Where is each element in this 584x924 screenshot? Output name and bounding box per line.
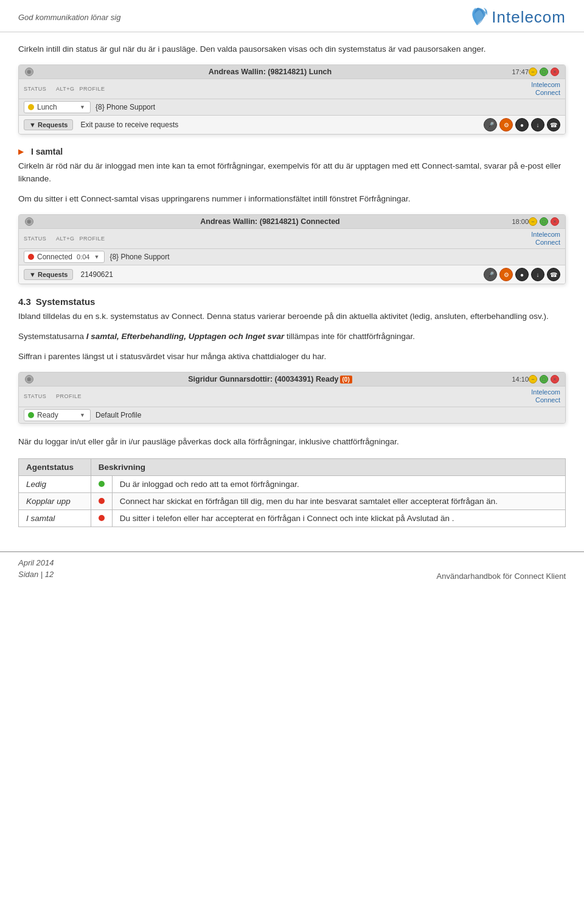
table-cell-desc-1: Connect har skickat en förfrågan till di… xyxy=(112,492,565,509)
section43-para3: Siffran i parentes längst ut i statusvär… xyxy=(18,351,566,363)
section43-para2-italic: I samtal, Efterbehandling, Upptagen och … xyxy=(86,332,285,341)
ss2-requests-row: ▼ Requests 21490621 🎤 ⚙ ● ↓ ☎ xyxy=(19,265,565,284)
ss1-action-icons: 🎤 ⚙ ● ↓ ☎ xyxy=(484,118,560,131)
ss1-caret-icon: ▼ xyxy=(80,104,85,110)
ss1-settings-icon[interactable]: ⚙ xyxy=(499,118,513,131)
ss1-mic-icon[interactable]: 🎤 xyxy=(484,118,497,131)
ss1-close-icon[interactable]: ⊗ xyxy=(25,68,33,76)
ss2-status-time: 0:04 xyxy=(77,253,89,261)
screenshot-connected: ⊗ Andreas Wallin: (98214821) Connected 1… xyxy=(18,214,566,284)
ss2-altg-label: ALT+G xyxy=(56,236,75,242)
ss3-titlebar: ⊗ Sigridur Gunnarsdottir: (40034391) Rea… xyxy=(19,373,565,386)
ss3-winbtns-left: ⊗ xyxy=(25,375,33,383)
ss1-title: Andreas Wallin: (98214821) Lunch xyxy=(33,68,507,76)
triangle-bullet-icon: ▶ xyxy=(18,147,24,156)
ss1-requests-label: ▼ Requests xyxy=(29,121,68,128)
table-cell-status-0: Ledig xyxy=(19,475,91,492)
ss2-logo: Intelecom Connect xyxy=(531,231,560,247)
ss2-requests-content: 21490621 xyxy=(73,270,484,279)
ss2-status-btn[interactable]: Connected 0:04 ▼ xyxy=(24,251,105,263)
ss1-hangup-icon[interactable]: ☎ xyxy=(547,118,560,131)
table-row: Ledig Du är inloggad och redo att ta emo… xyxy=(19,475,566,492)
ss3-labels-row: STATUS PROFILE Intelecom Connect xyxy=(19,386,565,406)
logo-bird-icon xyxy=(467,6,489,28)
footer-page: Sidan | 12 xyxy=(18,569,54,581)
ss2-down-icon[interactable]: ↓ xyxy=(531,268,544,281)
ss1-winbtns: ⊗ xyxy=(25,68,33,76)
ss1-min-icon[interactable]: − xyxy=(529,68,537,76)
ss2-status-value: Connected xyxy=(37,253,72,261)
logo-text: Intelecom xyxy=(492,8,566,27)
table-cell-dot-0 xyxy=(91,475,112,492)
ss1-requests-row: ▼ Requests Exit pause to receive request… xyxy=(19,115,565,134)
ss2-max-icon[interactable]: □ xyxy=(540,217,548,226)
ss3-profile-value: Default Profile xyxy=(96,411,560,419)
ss1-status-value: Lunch xyxy=(37,103,57,111)
ss2-profile-value: {8} Phone Support xyxy=(109,253,560,261)
table-col2-header: Beskrivning xyxy=(91,458,565,475)
screenshot-pause: ⊗ Andreas Wallin: (98214821) Lunch 17:47… xyxy=(18,65,566,135)
table-header-row: Agentstatus Beskrivning xyxy=(19,458,566,475)
ss1-status-row: STATUS ALT+G PROFILE Intelecom Connect xyxy=(19,79,565,99)
ss1-down-icon[interactable]: ↓ xyxy=(531,118,544,131)
ss2-settings-icon[interactable]: ⚙ xyxy=(499,268,513,281)
footer-doc-title: Användarhandbok för Connect Klient xyxy=(437,572,566,581)
ss2-value-row: Connected 0:04 ▼ {8} Phone Support xyxy=(19,248,565,265)
ss2-titlebar: ⊗ Andreas Wallin: (98214821) Connected 1… xyxy=(19,215,565,228)
ss3-status-btn[interactable]: Ready ▼ xyxy=(24,409,91,421)
ss3-status-label: STATUS xyxy=(24,393,51,399)
ss3-x-icon[interactable]: × xyxy=(551,375,559,383)
footer-left: April 2014 Sidan | 12 xyxy=(18,557,54,581)
ss3-close-icon[interactable]: ⊗ xyxy=(25,375,33,383)
table-cell-dot-1 xyxy=(91,492,112,509)
page-footer: April 2014 Sidan | 12 Användarhandbok fö… xyxy=(0,551,584,587)
i-samtal-para2: Om du sitter i ett Connect-samtal visas … xyxy=(18,193,566,206)
ss1-value-row: Lunch ▼ {8} Phone Support xyxy=(19,99,565,115)
ss2-labels-row: STATUS ALT+G PROFILE Intelecom Connect xyxy=(19,228,565,248)
section43-title: Systemstatus xyxy=(36,296,96,307)
ss2-requests-label: ▼ Requests xyxy=(29,271,68,278)
logo-area: Intelecom xyxy=(467,6,566,28)
table-dot-green-icon xyxy=(99,481,105,487)
ss2-x-icon[interactable]: × xyxy=(551,217,559,226)
table-row: Kopplar upp Connect har skickat en förfr… xyxy=(19,492,566,509)
ss3-titlebar-pre: Sigridur Gunnarsdottir: (40034391) Ready xyxy=(188,375,338,383)
table-dot-red-icon xyxy=(99,498,105,504)
ss3-min-icon[interactable]: − xyxy=(529,375,537,383)
ss1-requests-content: Exit pause to receive requests xyxy=(73,121,484,129)
ss2-requests-btn[interactable]: ▼ Requests xyxy=(24,269,73,280)
ss1-call-icon[interactable]: ● xyxy=(515,118,529,131)
ss1-max-icon[interactable]: □ xyxy=(540,68,548,76)
table-row: I samtal Du sitter i telefon eller har a… xyxy=(19,509,566,527)
ss1-status-btn[interactable]: Lunch ▼ xyxy=(24,101,91,113)
ss3-winbtns-right: − □ × xyxy=(529,375,559,383)
ss3-ready-badge: (0) xyxy=(340,376,352,383)
ss2-min-icon[interactable]: − xyxy=(529,217,537,226)
i-samtal-para1: Cirkeln är röd när du är inloggad men in… xyxy=(18,160,566,186)
ss1-profile-label: PROFILE xyxy=(80,86,107,92)
ss2-close-icon[interactable]: ⊗ xyxy=(25,217,33,226)
ss1-status-dot xyxy=(28,104,34,110)
ss2-hangup-icon[interactable]: ☎ xyxy=(547,268,560,281)
screenshot-ready: ⊗ Sigridur Gunnarsdottir: (40034391) Rea… xyxy=(18,372,566,423)
page-content: Cirkeln intill din status är gul när du … xyxy=(0,32,584,539)
ss2-status-dot xyxy=(28,254,34,260)
ss1-status-label: STATUS xyxy=(24,86,51,92)
after-ss3-para: När du loggar in/ut eller går in i/ur pa… xyxy=(18,436,566,449)
ss1-winbtns-right: − □ × xyxy=(529,68,559,76)
ss2-call-icon[interactable]: ● xyxy=(515,268,529,281)
ss3-max-icon[interactable]: □ xyxy=(540,375,548,383)
table-cell-desc-0: Du är inloggad och redo att ta emot förf… xyxy=(112,475,565,492)
i-samtal-heading-row: ▶ I samtal xyxy=(18,147,566,156)
ss1-altg-label: ALT+G xyxy=(56,86,75,92)
ss1-x-icon[interactable]: × xyxy=(551,68,559,76)
ss2-winbtns-right: − □ × xyxy=(529,217,559,226)
ss2-mic-icon[interactable]: 🎤 xyxy=(484,268,497,281)
ss1-requests-btn[interactable]: ▼ Requests xyxy=(24,119,73,130)
ss3-title: Sigridur Gunnarsdottir: (40034391) Ready… xyxy=(33,375,507,383)
ss2-profile-label: PROFILE xyxy=(80,236,107,242)
i-samtal-title: I samtal xyxy=(31,147,63,156)
ss3-caret-icon: ▼ xyxy=(80,412,85,418)
table-col1-header: Agentstatus xyxy=(19,458,91,475)
table-dot-red2-icon xyxy=(99,515,105,521)
